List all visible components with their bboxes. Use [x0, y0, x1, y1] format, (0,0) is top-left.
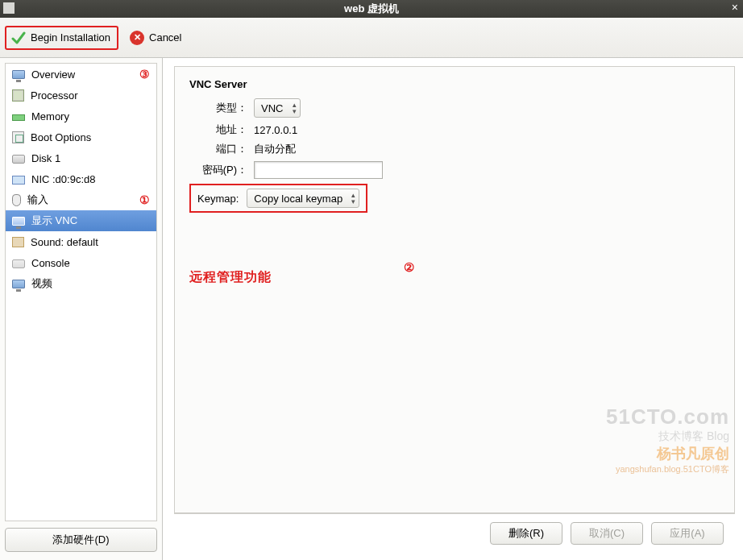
- begin-installation-button[interactable]: Begin Installation: [5, 26, 118, 50]
- row-keymap: Keymap: Copy local keymap ▴▾: [189, 184, 720, 213]
- annotation-2: ②: [404, 260, 414, 275]
- cancel-detail-button: 取消(C): [571, 522, 643, 545]
- sidebar-item-label: Processor: [31, 89, 78, 102]
- sidebar-item-display-vnc[interactable]: 显示 VNC: [6, 210, 156, 231]
- chip-icon: [12, 89, 24, 102]
- port-label: 端口：: [189, 142, 247, 156]
- address-label: 地址：: [189, 122, 247, 137]
- sidebar-item-label: Sound: default: [31, 236, 98, 248]
- cancel-detail-label: 取消(C): [589, 527, 625, 539]
- sound-icon: [12, 237, 24, 247]
- type-label: 类型：: [189, 101, 247, 115]
- close-icon[interactable]: ×: [732, 1, 738, 14]
- monitor-icon: [12, 280, 25, 288]
- annotation-note: 远程管理功能: [189, 269, 720, 286]
- remove-button[interactable]: 删除(R): [490, 522, 562, 545]
- sidebar-item-label: Memory: [31, 110, 69, 122]
- chevron-updown-icon: ▴▾: [351, 192, 355, 205]
- sidebar-item-sound[interactable]: Sound: default: [6, 231, 156, 252]
- cancel-icon: ✕: [130, 31, 144, 45]
- sidebar-item-nic[interactable]: NIC :d0:9c:d8: [6, 168, 156, 189]
- console-icon: [12, 259, 25, 268]
- keymap-value: Copy local keymap: [254, 193, 342, 205]
- sidebar-item-label: Disk 1: [31, 152, 60, 164]
- sidebar-item-label: Console: [31, 257, 70, 269]
- memory-icon: [12, 114, 25, 121]
- system-menu-icon[interactable]: [3, 2, 15, 14]
- sidebar-item-label: 视频: [31, 276, 52, 291]
- sidebar-item-label: 输入: [27, 193, 48, 207]
- sidebar: Overview ③ Processor Memory Boot Options…: [0, 58, 163, 560]
- detail-panel: VNC Server 类型： VNC ▴▾ 地址： 127.0.0.1 端口： …: [174, 66, 735, 513]
- row-port: 端口： 自动分配: [189, 142, 720, 156]
- monitor-icon: [12, 217, 25, 226]
- address-value: 127.0.0.1: [254, 124, 297, 136]
- chevron-updown-icon: ▴▾: [293, 102, 297, 114]
- main: VNC Server 类型： VNC ▴▾ 地址： 127.0.0.1 端口： …: [163, 58, 743, 560]
- window-title: web 虚拟机: [344, 2, 399, 16]
- section-title: VNC Server: [189, 78, 720, 90]
- password-input[interactable]: [254, 161, 383, 179]
- nic-icon: [12, 176, 25, 185]
- row-type: 类型： VNC ▴▾: [189, 98, 720, 118]
- cancel-button[interactable]: ✕ Cancel: [125, 27, 188, 48]
- sidebar-item-disk1[interactable]: Disk 1: [6, 147, 156, 168]
- row-address: 地址： 127.0.0.1: [189, 122, 720, 137]
- type-select[interactable]: VNC ▴▾: [254, 98, 301, 118]
- keymap-select[interactable]: Copy local keymap ▴▾: [247, 189, 359, 208]
- remove-label: 删除(R): [508, 527, 544, 539]
- type-value: VNC: [261, 102, 283, 114]
- add-hardware-button[interactable]: 添加硬件(D): [5, 528, 157, 552]
- apply-button: 应用(A): [651, 522, 724, 545]
- port-value: 自动分配: [254, 142, 296, 156]
- sidebar-item-boot-options[interactable]: Boot Options: [6, 127, 156, 147]
- monitor-icon: [12, 70, 25, 79]
- titlebar: web 虚拟机 ×: [0, 0, 743, 18]
- begin-installation-label: Begin Installation: [31, 31, 110, 44]
- sidebar-item-video[interactable]: 视频: [6, 273, 156, 294]
- sidebar-list: Overview ③ Processor Memory Boot Options…: [5, 63, 157, 521]
- boot-icon: [12, 131, 24, 143]
- sidebar-item-overview[interactable]: Overview ③: [6, 64, 156, 85]
- sidebar-item-label: Overview: [31, 68, 75, 81]
- row-password: 密码(P)：: [189, 161, 720, 179]
- annotation-1: ①: [139, 193, 150, 207]
- annotation-3: ③: [139, 68, 150, 81]
- apply-label: 应用(A): [670, 527, 704, 539]
- mouse-icon: [12, 194, 21, 206]
- add-hardware-label: 添加硬件(D): [52, 533, 109, 545]
- keymap-group: Keymap: Copy local keymap ▴▾: [189, 184, 367, 213]
- sidebar-item-label: 显示 VNC: [31, 214, 77, 228]
- footer: 删除(R) 取消(C) 应用(A): [174, 513, 735, 552]
- watermark: 51CTO.com 技术博客 Blog 杨书凡原创 yangshufan.blo…: [606, 404, 729, 475]
- disk-icon: [12, 155, 25, 164]
- sidebar-item-memory[interactable]: Memory: [6, 106, 156, 127]
- sidebar-item-console[interactable]: Console: [6, 252, 156, 273]
- cancel-label: Cancel: [149, 31, 181, 44]
- sidebar-item-label: NIC :d0:9c:d8: [31, 173, 96, 185]
- sidebar-item-input[interactable]: 输入 ①: [6, 189, 156, 210]
- sidebar-item-label: Boot Options: [31, 131, 91, 143]
- sidebar-item-processor[interactable]: Processor: [6, 85, 156, 106]
- toolbar: Begin Installation ✕ Cancel: [0, 18, 743, 58]
- keymap-label: Keymap:: [197, 193, 239, 205]
- checkmark-icon: [11, 31, 26, 45]
- password-label: 密码(P)：: [189, 163, 247, 177]
